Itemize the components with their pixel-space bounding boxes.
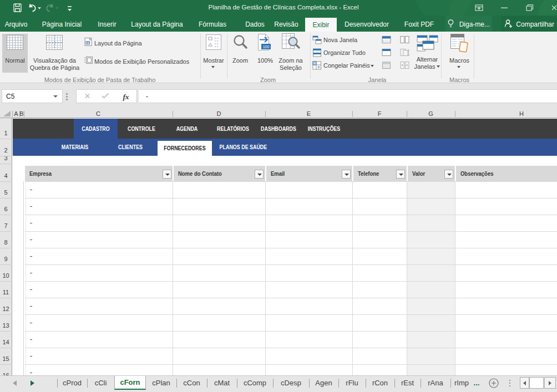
svg-text:100: 100 [263, 45, 270, 49]
svg-text:fx: fx [123, 93, 129, 101]
